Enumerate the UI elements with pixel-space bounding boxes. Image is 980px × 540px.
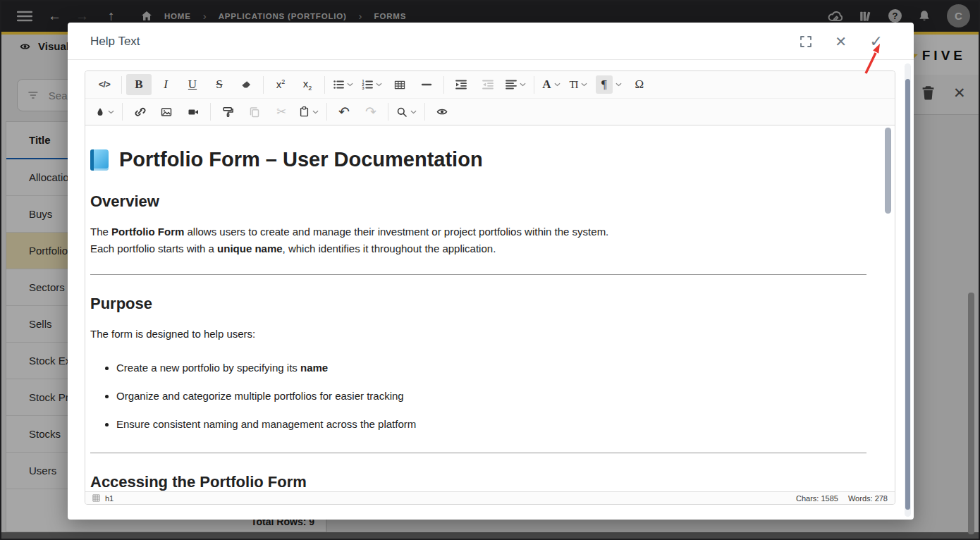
toolbar-divider <box>443 76 444 94</box>
toolbar-divider <box>388 103 388 121</box>
editor-statusbar: h1 Chars: 1585 Words: 278 <box>85 491 895 504</box>
cut-button: ✂ <box>269 102 294 123</box>
indent-icon <box>455 79 467 90</box>
font-size-button[interactable]: TI <box>565 74 591 95</box>
svg-text:3: 3 <box>362 86 365 90</box>
chevron-down-icon <box>376 82 382 87</box>
element-path-label[interactable]: h1 <box>105 494 114 503</box>
rich-text-editor: </> B I U S x2 x2 123 <box>85 70 895 505</box>
annotation-arrow <box>855 37 886 78</box>
doc-title: Portfolio Form – User Documentation <box>90 148 866 171</box>
divider <box>90 453 866 453</box>
divider <box>90 274 866 275</box>
overview-paragraph: The Portfolio Form allows users to creat… <box>90 223 866 257</box>
chevron-down-icon <box>312 110 319 114</box>
indent-button[interactable] <box>448 74 474 95</box>
toolbar-divider <box>122 103 123 121</box>
paragraph-format-button[interactable]: ¶ <box>592 74 625 95</box>
font-color-button[interactable]: A <box>539 74 564 95</box>
insert-image-button[interactable] <box>154 102 179 123</box>
toolbar-divider <box>121 76 122 94</box>
preview-button[interactable] <box>429 102 455 123</box>
eraser-icon <box>240 80 252 90</box>
paste-clipboard-icon <box>299 106 310 118</box>
chevron-down-icon <box>520 82 526 87</box>
overview-heading: Overview <box>90 192 866 211</box>
copy-icon <box>249 106 260 118</box>
element-grid-icon[interactable] <box>92 494 100 502</box>
video-camera-icon <box>188 106 200 118</box>
insert-table-button[interactable] <box>387 74 412 95</box>
search-icon <box>396 106 408 118</box>
modal-scrollbar-thumb[interactable] <box>905 79 910 510</box>
subscript-button[interactable]: x2 <box>295 74 320 95</box>
code-view-button[interactable]: </> <box>92 74 117 95</box>
purpose-list: Create a new portfolio by specifying its… <box>90 360 866 433</box>
italic-button[interactable]: I <box>153 74 178 95</box>
purpose-intro: The form is designed to help users: <box>90 326 866 343</box>
blue-book-icon <box>90 149 109 171</box>
ordered-list-button[interactable]: 123 <box>358 74 386 95</box>
screen: ← → ↑ HOME › APPLICATIONS (PORTFOLIO) › … <box>0 0 980 540</box>
close-dialog-button[interactable]: ✕ <box>835 23 847 60</box>
redo-button: ↷ <box>358 102 384 123</box>
list-ul-icon <box>333 79 344 90</box>
toolbar-divider <box>210 103 211 121</box>
undo-button[interactable]: ↶ <box>331 102 357 123</box>
outdent-icon <box>482 79 494 90</box>
char-count: Chars: 1585 <box>796 494 838 503</box>
bold-button[interactable]: B <box>126 74 152 95</box>
dialog-title: Help Text <box>90 23 140 60</box>
horizontal-rule-button[interactable] <box>414 74 439 95</box>
list-ol-icon: 123 <box>362 79 373 90</box>
modal-scrollbar-track[interactable] <box>905 63 911 517</box>
toolbar-divider <box>263 76 264 94</box>
chevron-down-icon <box>108 110 114 114</box>
find-replace-button[interactable] <box>393 102 420 123</box>
chevron-down-icon <box>554 82 561 87</box>
list-item: Create a new portfolio by specifying its… <box>116 360 866 376</box>
link-icon <box>134 106 146 118</box>
word-count: Words: 278 <box>848 494 888 503</box>
text-highlight-button[interactable] <box>92 102 118 123</box>
special-characters-button[interactable]: Ω <box>627 74 652 95</box>
editor-toolbar-row2: ✂ ↶ ↷ <box>85 99 895 125</box>
list-item: Ensure consistent naming and management … <box>116 416 866 433</box>
accessing-heading: Accessing the Portfolio Form <box>90 473 866 491</box>
image-icon <box>160 106 173 118</box>
chevron-down-icon <box>581 82 587 87</box>
dialog-header: Help Text ✕ ✓ <box>68 23 914 60</box>
chevron-down-icon <box>410 110 417 114</box>
editor-scrollbar[interactable] <box>885 128 891 214</box>
editor-toolbar-row1: </> B I U S x2 x2 123 <box>85 71 895 99</box>
format-painter-button[interactable] <box>215 102 240 123</box>
unordered-list-button[interactable] <box>329 74 357 95</box>
toolbar-divider <box>534 76 534 94</box>
strikethrough-button[interactable]: S <box>207 74 232 95</box>
fullscreen-icon <box>800 35 812 48</box>
paste-button[interactable] <box>295 102 322 123</box>
droplet-icon <box>95 106 105 118</box>
align-button[interactable] <box>502 74 529 95</box>
insert-video-button[interactable] <box>180 102 206 123</box>
superscript-button[interactable]: x2 <box>268 74 293 95</box>
eye-icon <box>436 106 448 117</box>
toolbar-divider <box>324 76 325 94</box>
toolbar-divider <box>326 103 327 121</box>
outdent-button <box>475 74 501 95</box>
editor-content[interactable]: Portfolio Form – User Documentation Over… <box>85 125 895 491</box>
underline-button[interactable]: U <box>180 74 205 95</box>
list-item: Organize and categorize multiple portfol… <box>116 388 866 405</box>
insert-link-button[interactable] <box>127 102 152 123</box>
table-icon <box>394 80 405 90</box>
help-text-dialog: Help Text ✕ ✓ </> B I U S x2 x2 <box>68 23 914 520</box>
chevron-down-icon <box>347 82 353 87</box>
chevron-down-icon <box>615 82 622 87</box>
paint-roller-icon <box>222 106 234 118</box>
align-left-icon <box>506 79 517 90</box>
copy-button <box>242 102 267 123</box>
hr-icon <box>421 79 432 90</box>
fullscreen-button[interactable] <box>800 23 812 60</box>
clear-formatting-button[interactable] <box>233 74 259 95</box>
close-icon: ✕ <box>835 35 847 49</box>
